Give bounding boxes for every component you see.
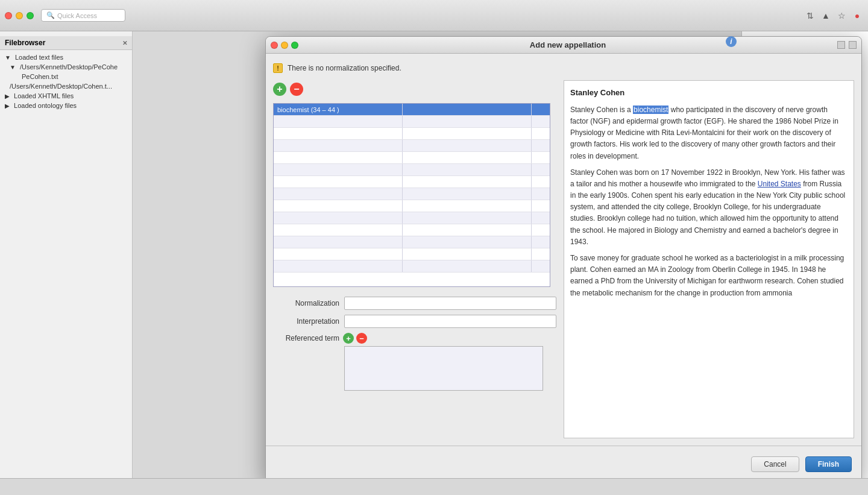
add-appellation-button[interactable]: +	[273, 83, 286, 96]
appellation-table[interactable]: biochemist (34 – 44 )	[273, 103, 550, 287]
table-row[interactable]	[274, 140, 550, 152]
form-area: + − biochemist (34 – 44 )	[273, 80, 556, 438]
dialog-close-button[interactable]	[271, 42, 278, 49]
interpretation-input[interactable]	[344, 315, 556, 328]
toolbar: 🔍 Quick Access ⇅ ▲ ☆ ●	[0, 0, 868, 31]
maximize-button[interactable]	[27, 12, 34, 19]
close-button[interactable]	[5, 12, 12, 19]
dialog-title: Add new appellation	[303, 40, 832, 49]
loaded-ontology-label: Loaded ontology files	[14, 102, 77, 109]
info-button[interactable]: i	[726, 36, 737, 47]
warning-icon: !	[273, 63, 283, 73]
referenced-term-label: Referenced term	[273, 334, 339, 342]
table-row[interactable]	[274, 248, 550, 260]
ref-term-textarea[interactable]	[344, 346, 543, 391]
main-area: Filebrowser ✕ ▼ Loaded text files ▼ /Use…	[0, 31, 868, 478]
loaded-xhtml-label: Loaded XHTML files	[14, 92, 74, 99]
table-row[interactable]	[274, 212, 550, 224]
dialog-content: ! There is no normalization specified. +…	[266, 54, 861, 446]
table-row[interactable]	[274, 164, 550, 176]
cohen-folder-label: /Users/Kenneth/Desktop/Cohen.t...	[10, 83, 112, 90]
traffic-lights	[5, 12, 34, 19]
loaded-text-files-label: Loaded text files	[15, 54, 63, 61]
sidebar: Filebrowser ✕ ▼ Loaded text files ▼ /Use…	[0, 31, 133, 478]
table-row[interactable]	[274, 128, 550, 140]
table-cell-col3	[532, 104, 550, 115]
toolbar-icon-2[interactable]: ▲	[820, 10, 832, 22]
normalization-input[interactable]	[344, 297, 556, 310]
text-preview-para3: To save money for graduate school he wor…	[570, 253, 848, 299]
table-row[interactable]	[274, 176, 550, 188]
status-bar	[0, 478, 868, 495]
dialog-traffic-lights	[271, 42, 298, 49]
sidebar-item-loaded-xhtml[interactable]: ▶ Loaded XHTML files	[0, 91, 132, 101]
warning-bar: ! There is no normalization specified.	[273, 61, 854, 75]
text-preview-content: Stanley Cohen is a biochemist who partic…	[570, 104, 848, 162]
biochemist-highlight: biochemist	[633, 106, 668, 114]
dialog-minimize-button[interactable]	[281, 42, 288, 49]
warning-text: There is no normalization specified.	[288, 64, 401, 72]
appellation-toolbar: + −	[273, 80, 556, 98]
table-cell-col2	[403, 104, 532, 115]
dialog-footer: Cancel Finish	[266, 446, 861, 478]
dialog-restore-button[interactable]	[837, 41, 845, 49]
search-bar[interactable]: 🔍 Quick Access	[41, 9, 125, 22]
normalization-label: Normalization	[273, 299, 339, 307]
text-preview: Stanley Cohen Stanley Cohen is a biochem…	[564, 80, 854, 438]
sidebar-item-loaded-text-files[interactable]: ▼ Loaded text files	[0, 52, 132, 62]
pecohen-folder-label: /Users/Kenneth/Desktop/PeCohe	[20, 63, 118, 71]
table-row[interactable]	[274, 116, 550, 128]
app-window: 🔍 Quick Access ⇅ ▲ ☆ ● Filebrowser ✕ ▼ L…	[0, 0, 868, 495]
remove-ref-term-button[interactable]: −	[356, 333, 367, 344]
table-row[interactable]	[274, 200, 550, 212]
dialog-maximize-button[interactable]	[291, 42, 298, 49]
table-row[interactable]: biochemist (34 – 44 )	[274, 104, 550, 116]
sidebar-item-pecohen-txt[interactable]: PeCohen.txt	[0, 72, 132, 81]
cancel-button[interactable]: Cancel	[751, 456, 799, 472]
search-placeholder: Quick Access	[57, 12, 97, 19]
sidebar-item-loaded-ontology[interactable]: ▶ Loaded ontology files	[0, 101, 132, 110]
ref-term-buttons: + −	[343, 333, 367, 344]
table-row[interactable]	[274, 260, 550, 273]
add-ref-term-button[interactable]: +	[343, 333, 354, 344]
filebrowser-close-icon[interactable]: ✕	[122, 40, 127, 46]
toolbar-icon-3[interactable]: ☆	[835, 10, 848, 22]
minimize-button[interactable]	[16, 12, 23, 19]
remove-appellation-button[interactable]: −	[290, 83, 303, 96]
table-row[interactable]	[274, 224, 550, 236]
toolbar-icon-1[interactable]: ⇅	[804, 10, 816, 22]
sidebar-item-cohen-folder[interactable]: /Users/Kenneth/Desktop/Cohen.t...	[0, 81, 132, 91]
table-row[interactable]	[274, 188, 550, 200]
dialog-titlebar: Add new appellation	[266, 37, 861, 54]
text-preview-para2: Stanley Cohen was born on 17 November 19…	[570, 167, 848, 248]
right-panel: 1986 Nobel Prize in Physiology or and th…	[133, 31, 868, 478]
dialog-expand-button[interactable]	[849, 41, 857, 49]
finish-button[interactable]: Finish	[805, 456, 852, 472]
united-states-link: United States	[758, 180, 801, 188]
pecohen-txt-label: PeCohen.txt	[22, 73, 58, 80]
toolbar-icon-4[interactable]: ●	[851, 10, 863, 22]
dialog-body: + − biochemist (34 – 44 )	[273, 80, 854, 438]
table-row[interactable]	[274, 236, 550, 248]
interpretation-row: Interpretation	[273, 315, 556, 328]
sidebar-item-pecohen-folder[interactable]: ▼ /Users/Kenneth/Desktop/PeCohe	[0, 62, 132, 72]
search-icon: 🔍	[46, 11, 55, 19]
normalization-row: Normalization	[273, 297, 556, 310]
referenced-term-area: Referenced term + −	[273, 333, 556, 391]
dialog: Add new appellation ! There is no normal…	[265, 36, 862, 478]
filebrowser-title: Filebrowser	[5, 39, 45, 47]
filebrowser-header: Filebrowser ✕	[0, 36, 132, 50]
referenced-term-header: Referenced term + −	[273, 333, 556, 344]
table-row[interactable]	[274, 152, 550, 164]
interpretation-label: Interpretation	[273, 317, 339, 326]
toolbar-right: ⇅ ▲ ☆ ●	[804, 10, 863, 22]
text-preview-title: Stanley Cohen	[570, 87, 848, 99]
table-cell-text: biochemist (34 – 44 )	[274, 104, 403, 115]
